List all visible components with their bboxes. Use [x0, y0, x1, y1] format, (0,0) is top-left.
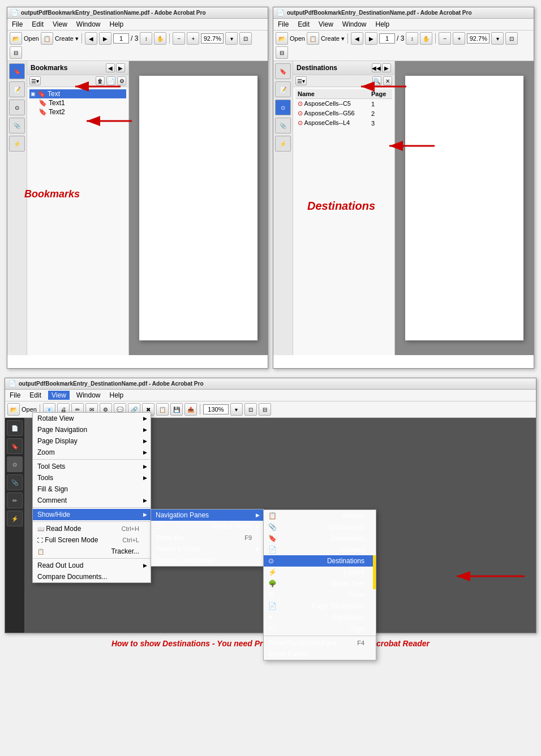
create-label-2[interactable]: Create ▾: [321, 35, 345, 42]
create-label-1[interactable]: Create ▾: [55, 35, 79, 42]
menu-show-hide[interactable]: Show/Hide Navigation Panes 📋 Articles �: [33, 509, 151, 520]
navpane-signatures[interactable]: ✒ Signatures: [264, 612, 376, 623]
bk-new-1[interactable]: 📄: [106, 76, 115, 85]
annot-btn-1[interactable]: 📝: [9, 81, 25, 97]
panel-close-2[interactable]: ▶: [382, 63, 391, 72]
layer-btn-1[interactable]: ⚡: [9, 136, 25, 152]
navpane-content[interactable]: 📄 Content: [264, 544, 376, 555]
zoom-dd-1[interactable]: ▾: [225, 32, 238, 45]
menu-view-2[interactable]: View: [316, 20, 336, 29]
fit-3b[interactable]: ⊟: [259, 403, 271, 416]
tb3-11[interactable]: 📤: [184, 403, 197, 416]
menu-edit-3[interactable]: Edit: [27, 391, 44, 400]
attach-btn-2[interactable]: 📎: [275, 118, 291, 133]
zoom-in-1[interactable]: +: [187, 32, 199, 45]
panel-min-1[interactable]: ◀: [106, 63, 115, 72]
annot-btn-2[interactable]: 📝: [275, 81, 291, 97]
dark-btn-5[interactable]: ✏: [7, 493, 23, 508]
navpane-tags[interactable]: 🏷 Tags: [264, 623, 376, 634]
menu-help-3[interactable]: Help: [108, 391, 126, 400]
nav-panes-item[interactable]: Navigation Panes 📋 Articles 📎 Attachment…: [151, 509, 263, 521]
select-btn-1[interactable]: ↕: [140, 32, 152, 45]
tb3-10[interactable]: 💾: [170, 403, 183, 416]
create-btn-2[interactable]: 📋: [307, 32, 319, 45]
navpane-model-tree[interactable]: 🌳 Model Tree: [264, 578, 376, 589]
page-input-1[interactable]: [113, 33, 129, 44]
menu-window-2[interactable]: Window: [340, 20, 369, 29]
navpane-page-thumbnails[interactable]: 📄 Page Thumbnails: [264, 601, 376, 612]
open-btn-3[interactable]: 📂: [7, 403, 20, 416]
zoom-input-3[interactable]: [203, 404, 229, 414]
menu-read-mode[interactable]: 📖 Read Mode Ctrl+H: [33, 523, 151, 534]
nav-pane-btn-1[interactable]: 🔖: [9, 63, 25, 79]
rulers-grids-item[interactable]: Rulers & Grids: [151, 543, 263, 555]
bk-delete-1[interactable]: 🗑: [96, 76, 105, 85]
nav-prev-1[interactable]: ◀: [85, 32, 97, 45]
create-btn-1[interactable]: 📋: [41, 32, 53, 45]
navpane-destinations[interactable]: ⊙ Destinations: [264, 555, 376, 567]
menu-file-3[interactable]: File: [7, 391, 23, 400]
menu-edit-2[interactable]: Edit: [295, 20, 312, 29]
panel-min-2[interactable]: ◀◀: [372, 63, 381, 72]
dark-btn-1[interactable]: 📄: [7, 420, 23, 436]
nav-prev-2[interactable]: ◀: [351, 32, 363, 45]
nav-next-2[interactable]: ▶: [365, 32, 377, 45]
bookmark-text1[interactable]: 🔖 Text1: [37, 98, 126, 107]
dest-del[interactable]: ✕: [383, 76, 392, 85]
menu-window-3[interactable]: Window: [74, 391, 103, 400]
nav-next-1[interactable]: ▶: [99, 32, 111, 45]
hand-btn-1[interactable]: ✋: [154, 32, 166, 45]
layer-btn-2[interactable]: ⚡: [275, 136, 291, 152]
navpane-articles[interactable]: 📋 Articles: [264, 510, 376, 521]
nav-pane-btn-2[interactable]: 🔖: [275, 63, 291, 79]
fit-3a[interactable]: ⊡: [244, 403, 257, 416]
zoom-out-2[interactable]: −: [439, 32, 451, 45]
dark-btn-2[interactable]: 🔖: [7, 438, 23, 454]
menu-zoom[interactable]: Zoom: [33, 447, 151, 458]
menu-tool-sets[interactable]: Tool Sets: [33, 461, 151, 472]
menu-rotate-view[interactable]: Rotate View: [33, 413, 151, 424]
open-label-2[interactable]: Open: [290, 35, 305, 42]
menu-window-1[interactable]: Window: [74, 20, 103, 29]
fit-width-1[interactable]: ⊟: [10, 46, 22, 59]
menu-comment[interactable]: Comment: [33, 495, 151, 506]
menu-fill-sign[interactable]: Fill & Sign: [33, 483, 151, 495]
attach-btn-1[interactable]: 📎: [9, 118, 25, 133]
menu-read-out-loud[interactable]: Read Out Loud: [33, 560, 151, 571]
dest-scan[interactable]: 🔍: [372, 76, 381, 85]
dark-btn-3[interactable]: ⊙: [7, 456, 23, 472]
open-label-1[interactable]: Open: [24, 35, 39, 42]
dark-btn-4[interactable]: 📎: [7, 474, 23, 490]
menu-view-1[interactable]: View: [50, 20, 70, 29]
tb3-9[interactable]: 📋: [156, 403, 169, 416]
bookmark-text2[interactable]: 🔖 Text2: [37, 107, 126, 116]
menu-edit-1[interactable]: Edit: [29, 20, 46, 29]
menu-help-1[interactable]: Help: [108, 20, 126, 29]
navpane-order[interactable]: ⚙ Order: [264, 589, 376, 601]
fit-width-2[interactable]: ⊟: [276, 46, 288, 59]
menu-tools[interactable]: Tools: [33, 472, 151, 483]
fit-page-1[interactable]: ⊡: [239, 32, 252, 45]
menu-tracker[interactable]: 📋 Tracker...: [33, 546, 151, 557]
zoom-dd-2[interactable]: ▾: [491, 32, 504, 45]
zoom-input-2[interactable]: [467, 33, 490, 44]
circle-btn-2[interactable]: ⊙: [275, 100, 291, 115]
bookmark-text-root[interactable]: ▣ 🔖 Text: [29, 89, 126, 98]
navpane-show-nav-pane[interactable]: Show Navigation Pane F4: [264, 637, 376, 649]
panel-close-1[interactable]: ▶: [116, 63, 125, 72]
open-btn-1[interactable]: 📂: [10, 32, 22, 45]
menu-view-3[interactable]: View: [48, 391, 70, 400]
menu-compare-docs[interactable]: Compare Documents...: [33, 571, 151, 582]
circle-btn-1[interactable]: ⊙: [9, 100, 25, 115]
dark-btn-6[interactable]: ⚡: [7, 511, 23, 526]
menu-page-navigation[interactable]: Page Navigation: [33, 424, 151, 435]
open-btn-2[interactable]: 📂: [276, 32, 288, 45]
menu-full-screen[interactable]: ⛶ Full Screen Mode Ctrl+L: [33, 534, 151, 546]
zoom-out-1[interactable]: −: [173, 32, 185, 45]
dest-row-2[interactable]: ⊙ AsposeCells--G56 2: [295, 109, 392, 118]
page-input-2[interactable]: [379, 33, 395, 44]
navpane-attachments[interactable]: 📎 Attachments: [264, 521, 376, 533]
bk-prop-1[interactable]: ⚙: [117, 76, 126, 85]
zoom-dd-3[interactable]: ▾: [230, 403, 243, 416]
zoom-in-2[interactable]: +: [453, 32, 465, 45]
